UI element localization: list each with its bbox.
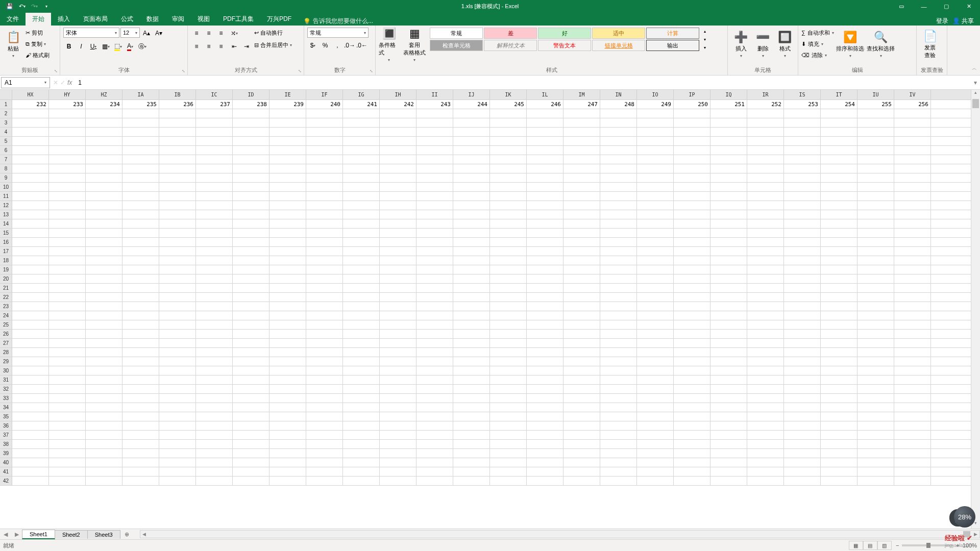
cell[interactable]: [674, 458, 710, 467]
cell[interactable]: [270, 274, 306, 284]
cell[interactable]: [270, 403, 306, 412]
cell[interactable]: [710, 274, 747, 284]
row-header[interactable]: 5: [0, 137, 12, 146]
cell[interactable]: [86, 440, 122, 449]
fill-color-button[interactable]: ⬚▾: [112, 41, 124, 52]
cell[interactable]: [600, 394, 637, 403]
cell[interactable]: [894, 366, 931, 375]
cell[interactable]: [637, 146, 674, 155]
cell[interactable]: [49, 467, 86, 477]
cell[interactable]: [821, 330, 857, 339]
cell[interactable]: [637, 210, 674, 219]
cell[interactable]: [600, 431, 637, 440]
cell[interactable]: [784, 320, 821, 330]
cell[interactable]: [894, 284, 931, 293]
cell[interactable]: [710, 348, 747, 357]
cell[interactable]: [857, 311, 894, 320]
cell[interactable]: [600, 146, 637, 155]
cell[interactable]: [122, 440, 159, 449]
cell[interactable]: [159, 146, 196, 155]
cell[interactable]: [12, 330, 49, 339]
cell[interactable]: [637, 357, 674, 366]
cell[interactable]: [233, 311, 270, 320]
cell[interactable]: [270, 431, 306, 440]
cell[interactable]: [196, 183, 233, 192]
cell[interactable]: [86, 173, 122, 183]
cell[interactable]: [233, 440, 270, 449]
cell[interactable]: [527, 155, 564, 164]
cell[interactable]: [233, 238, 270, 247]
cell[interactable]: [270, 339, 306, 348]
cell[interactable]: [122, 431, 159, 440]
cell[interactable]: [857, 348, 894, 357]
cell[interactable]: [270, 155, 306, 164]
name-box[interactable]: A1▾: [1, 77, 50, 88]
font-color-button[interactable]: A▾: [125, 41, 136, 52]
cell[interactable]: [122, 201, 159, 210]
cell[interactable]: [233, 366, 270, 375]
cell[interactable]: [380, 440, 416, 449]
cell[interactable]: [49, 265, 86, 274]
cell[interactable]: [86, 164, 122, 173]
cell[interactable]: [380, 219, 416, 229]
cell[interactable]: [159, 284, 196, 293]
cell[interactable]: [159, 348, 196, 357]
cell[interactable]: [270, 357, 306, 366]
cell[interactable]: 250: [674, 100, 710, 109]
cell[interactable]: [637, 118, 674, 128]
cell[interactable]: [564, 155, 600, 164]
cell[interactable]: [894, 109, 931, 118]
cell[interactable]: [674, 256, 710, 265]
cell[interactable]: [821, 311, 857, 320]
cell[interactable]: [270, 118, 306, 128]
cell[interactable]: [453, 449, 490, 458]
currency-button[interactable]: $▾: [307, 40, 318, 51]
cell[interactable]: [233, 164, 270, 173]
cell[interactable]: [527, 284, 564, 293]
cell[interactable]: [710, 210, 747, 219]
row-header[interactable]: 18: [0, 256, 12, 265]
cell[interactable]: [894, 330, 931, 339]
cell[interactable]: [857, 238, 894, 247]
cell[interactable]: [747, 137, 784, 146]
cell[interactable]: [564, 302, 600, 311]
cell[interactable]: [894, 385, 931, 394]
cell[interactable]: [416, 449, 453, 458]
cell[interactable]: [159, 164, 196, 173]
cell[interactable]: [416, 137, 453, 146]
cell[interactable]: [380, 467, 416, 477]
cell[interactable]: [637, 431, 674, 440]
cell[interactable]: [747, 385, 784, 394]
cell[interactable]: [86, 284, 122, 293]
cell[interactable]: [233, 128, 270, 137]
cell[interactable]: [12, 431, 49, 440]
cell[interactable]: [380, 146, 416, 155]
cell[interactable]: [564, 421, 600, 431]
cell[interactable]: [343, 375, 380, 385]
cell[interactable]: [159, 330, 196, 339]
valign-bot[interactable]: ≡: [215, 28, 227, 39]
row-header[interactable]: 39: [0, 449, 12, 458]
cell[interactable]: [527, 320, 564, 330]
sheet-tab-1[interactable]: Sheet1: [22, 530, 55, 539]
cell[interactable]: [857, 394, 894, 403]
cell[interactable]: [857, 477, 894, 486]
close-button[interactable]: ✕: [958, 0, 980, 13]
cell[interactable]: [49, 449, 86, 458]
cell[interactable]: [710, 293, 747, 302]
cell[interactable]: [527, 256, 564, 265]
cell[interactable]: [159, 431, 196, 440]
cell[interactable]: [86, 385, 122, 394]
cell[interactable]: [416, 320, 453, 330]
cell[interactable]: [49, 440, 86, 449]
cell[interactable]: [674, 219, 710, 229]
column-header[interactable]: IS: [784, 90, 821, 100]
cell[interactable]: [453, 311, 490, 320]
cell[interactable]: [821, 293, 857, 302]
cell[interactable]: [674, 339, 710, 348]
cell[interactable]: [490, 274, 527, 284]
cell[interactable]: [857, 173, 894, 183]
cell[interactable]: [821, 403, 857, 412]
cell[interactable]: [674, 403, 710, 412]
cell[interactable]: [380, 265, 416, 274]
